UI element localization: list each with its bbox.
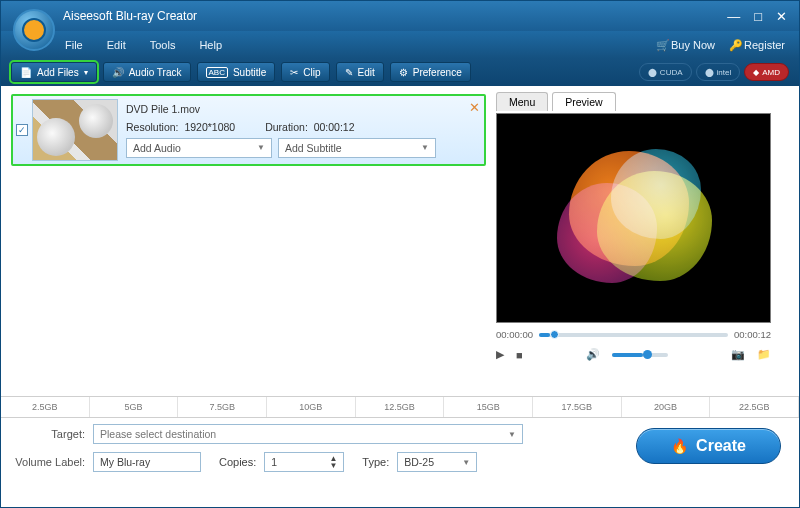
add-subtitle-select[interactable]: Add Subtitle▼	[278, 138, 436, 158]
scissors-icon: ✂	[290, 67, 298, 78]
menu-tools[interactable]: Tools	[150, 39, 176, 51]
menubar: File Edit Tools Help 🛒Buy Now 🔑Register	[1, 31, 799, 58]
edit-button[interactable]: ✎Edit	[336, 62, 384, 82]
create-button[interactable]: 🔥Create	[636, 428, 781, 464]
time-start: 00:00:00	[496, 329, 533, 340]
target-label: Target:	[15, 428, 85, 440]
titlebar: Aiseesoft Blu-ray Creator — □ ✕	[1, 1, 799, 31]
buy-now-link[interactable]: 🛒Buy Now	[656, 39, 715, 51]
size-ruler: 2.5GB5GB7.5GB10GB12.5GB15GB17.5GB20GB22.…	[1, 396, 799, 418]
file-name: DVD Pile 1.mov	[126, 103, 478, 115]
gear-icon: ⚙	[399, 67, 408, 78]
toolbar: 📄Add Files▾ 🔊Audio Track ABCSubtitle ✂Cl…	[1, 58, 799, 86]
clip-button[interactable]: ✂Clip	[281, 62, 329, 82]
file-plus-icon: 📄	[20, 67, 32, 78]
cart-icon: 🛒	[656, 39, 667, 50]
menu-help[interactable]: Help	[199, 39, 222, 51]
remove-file-icon[interactable]: ✕	[469, 100, 480, 115]
chevron-down-icon: ▼	[257, 143, 265, 152]
chevron-down-icon: ▼	[462, 458, 470, 467]
add-audio-select[interactable]: Add Audio▼	[126, 138, 272, 158]
file-checkbox[interactable]: ✓	[16, 124, 28, 136]
add-files-button[interactable]: 📄Add Files▾	[11, 62, 97, 82]
duration-value: 00:00:12	[314, 121, 355, 133]
close-icon[interactable]: ✕	[776, 9, 787, 24]
file-list-pane: ✓ DVD Pile 1.mov Resolution: 1920*1080 D…	[1, 86, 496, 396]
flame-icon: 🔥	[671, 438, 688, 454]
speaker-icon: 🔊	[112, 67, 124, 78]
snapshot-icon[interactable]: 📷	[731, 348, 745, 361]
pencil-icon: ✎	[345, 67, 353, 78]
app-title: Aiseesoft Blu-ray Creator	[63, 9, 197, 23]
audio-track-button[interactable]: 🔊Audio Track	[103, 62, 191, 82]
target-select[interactable]: Please select destination▼	[93, 424, 523, 444]
tab-menu[interactable]: Menu	[496, 92, 548, 111]
chevron-down-icon: ▼	[508, 430, 516, 439]
app-logo	[13, 9, 55, 51]
preference-button[interactable]: ⚙Preference	[390, 62, 471, 82]
key-icon: 🔑	[729, 39, 740, 50]
preview-pane: Menu Preview 00:00:00 00:00:12 ▶ ■ 🔊 📷 📁	[496, 86, 790, 396]
type-label: Type:	[362, 456, 389, 468]
type-select[interactable]: BD-25▼	[397, 452, 477, 472]
resolution-value: 1920*1080	[184, 121, 235, 133]
copies-label: Copies:	[219, 456, 256, 468]
time-end: 00:00:12	[734, 329, 771, 340]
subtitle-button[interactable]: ABCSubtitle	[197, 62, 276, 82]
minimize-icon[interactable]: —	[727, 9, 740, 24]
register-link[interactable]: 🔑Register	[729, 39, 785, 51]
abc-icon: ABC	[206, 67, 228, 78]
menu-edit[interactable]: Edit	[107, 39, 126, 51]
file-thumbnail	[32, 99, 118, 161]
stop-button[interactable]: ■	[516, 349, 523, 361]
play-button[interactable]: ▶	[496, 348, 504, 361]
menu-file[interactable]: File	[65, 39, 83, 51]
maximize-icon[interactable]: □	[754, 9, 762, 24]
file-row[interactable]: ✓ DVD Pile 1.mov Resolution: 1920*1080 D…	[11, 94, 486, 166]
app-window: Aiseesoft Blu-ray Creator — □ ✕ File Edi…	[0, 0, 800, 508]
volume-icon[interactable]: 🔊	[586, 348, 600, 361]
preview-video	[496, 113, 771, 323]
tab-preview[interactable]: Preview	[552, 92, 615, 111]
volume-label-label: Volume Label:	[15, 456, 85, 468]
cuda-chip: ⬤ CUDA	[639, 63, 692, 81]
bottom-panel: Target: Please select destination▼ Volum…	[1, 418, 799, 478]
intel-chip: ⬤ intel	[696, 63, 741, 81]
volume-label-input[interactable]: My Blu-ray	[93, 452, 201, 472]
volume-slider[interactable]	[612, 353, 668, 357]
copies-stepper[interactable]: 1▲▼	[264, 452, 344, 472]
chevron-down-icon: ▼	[421, 143, 429, 152]
folder-icon[interactable]: 📁	[757, 348, 771, 361]
amd-chip: ◆ AMD	[744, 63, 789, 81]
time-slider[interactable]	[539, 333, 728, 337]
